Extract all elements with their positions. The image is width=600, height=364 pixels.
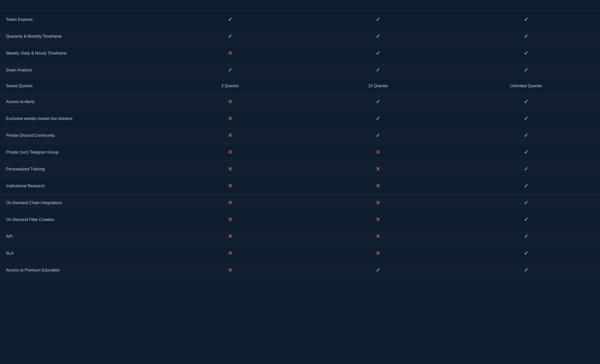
pro-value: ✕ xyxy=(304,195,452,211)
enterprise-value: ✓ xyxy=(452,262,600,279)
pro-value: ✕ xyxy=(304,144,452,161)
pro-value: ✓ xyxy=(304,11,452,28)
check-icon: ✓ xyxy=(376,16,380,23)
pro-value: ✓ xyxy=(304,45,452,62)
free-value: ✕ xyxy=(156,144,304,161)
check-icon: ✓ xyxy=(524,233,528,240)
cross-icon: ✕ xyxy=(376,149,380,155)
feature-name: Saved Queries xyxy=(0,79,156,94)
enterprise-value: ✓ xyxy=(452,62,600,79)
cross-icon: ✕ xyxy=(228,216,232,223)
enterprise-value: ✓ xyxy=(452,28,600,45)
table-row: On-Demand Filter Creation✕✕✓ xyxy=(0,211,600,228)
enterprise-value: ✓ xyxy=(452,94,600,110)
check-icon: ✓ xyxy=(524,33,528,39)
feature-name: Personalized Training xyxy=(0,161,156,178)
feature-name: Access to Alerts xyxy=(0,94,156,110)
feature-name: Quarterly & Monthly Timeframe xyxy=(0,28,156,45)
free-value: ✕ xyxy=(156,245,304,262)
pro-value: ✓ xyxy=(304,28,452,45)
free-value: ✕ xyxy=(156,262,304,279)
check-icon: ✓ xyxy=(376,99,380,105)
pro-value: ✓ xyxy=(304,62,452,79)
table-row: SLA✕✕✓ xyxy=(0,245,600,262)
check-icon: ✓ xyxy=(524,99,528,105)
free-value: ✕ xyxy=(156,110,304,127)
feature-name: Access to Premium Education xyxy=(0,262,156,279)
cross-icon: ✕ xyxy=(228,149,232,155)
table-row: Private 1on1 Telegram Group✕✕✓ xyxy=(0,144,600,161)
check-icon: ✓ xyxy=(524,267,528,273)
enterprise-value: ✓ xyxy=(452,211,600,228)
check-icon: ✓ xyxy=(524,132,528,139)
cross-icon: ✕ xyxy=(376,233,380,240)
table-row: Access to Alerts✕✓✓ xyxy=(0,94,600,110)
table-row: Token Explorer✓✓✓ xyxy=(0,11,600,28)
free-value: ✓ xyxy=(156,28,304,45)
pro-plan-header xyxy=(304,0,452,11)
pro-value: ✓ xyxy=(304,262,452,279)
pro-value: ✕ xyxy=(304,161,452,178)
check-icon: ✓ xyxy=(524,216,528,223)
free-value: ✕ xyxy=(156,94,304,110)
text-value: 10 Queries xyxy=(368,84,388,88)
check-icon: ✓ xyxy=(524,115,528,122)
feature-name: Scam Analysis xyxy=(0,62,156,79)
pricing-table: Token Explorer✓✓✓Quarterly & Monthly Tim… xyxy=(0,0,600,279)
table-row: Scam Analysis✓✓✓ xyxy=(0,62,600,79)
free-value: ✕ xyxy=(156,178,304,195)
table-row: Exclusive weekly market live streams✕✓✓ xyxy=(0,110,600,127)
check-icon: ✓ xyxy=(524,250,528,256)
cross-icon: ✕ xyxy=(376,183,380,189)
enterprise-value: Unlimited Queries xyxy=(452,79,600,94)
free-value: ✕ xyxy=(156,161,304,178)
check-icon: ✓ xyxy=(376,50,380,56)
cross-icon: ✕ xyxy=(376,216,380,223)
table-row: API✕✕✓ xyxy=(0,228,600,245)
enterprise-value: ✓ xyxy=(452,245,600,262)
feature-column-header xyxy=(0,0,156,11)
pro-value: ✕ xyxy=(304,211,452,228)
check-icon: ✓ xyxy=(376,33,380,39)
check-icon: ✓ xyxy=(524,166,528,172)
text-value: 3 Queries xyxy=(221,84,239,88)
free-value: ✕ xyxy=(156,195,304,211)
cross-icon: ✕ xyxy=(228,99,232,105)
free-value: ✕ xyxy=(156,228,304,245)
cross-icon: ✕ xyxy=(376,250,380,256)
cross-icon: ✕ xyxy=(228,250,232,256)
pro-value: ✓ xyxy=(304,94,452,110)
enterprise-value: ✓ xyxy=(452,45,600,62)
feature-name: Token Explorer xyxy=(0,11,156,28)
feature-name: On-Demand Filter Creation xyxy=(0,211,156,228)
text-value: Unlimited Queries xyxy=(510,84,542,88)
free-plan-header xyxy=(156,0,304,11)
pro-value: 10 Queries xyxy=(304,79,452,94)
cross-icon: ✕ xyxy=(228,166,232,172)
cross-icon: ✕ xyxy=(228,200,232,206)
check-icon: ✓ xyxy=(376,132,380,139)
cross-icon: ✕ xyxy=(228,115,232,122)
free-value: ✓ xyxy=(156,62,304,79)
cross-icon: ✕ xyxy=(228,233,232,240)
check-icon: ✓ xyxy=(228,67,232,73)
enterprise-value: ✓ xyxy=(452,110,600,127)
feature-name: Weekly, Daily & Hourly Timeframe xyxy=(0,45,156,62)
free-value: ✕ xyxy=(156,211,304,228)
table-row: On-Demand Chain Integrations✕✕✓ xyxy=(0,195,600,211)
feature-name: Institutional Research xyxy=(0,178,156,195)
check-icon: ✓ xyxy=(524,200,528,206)
pro-value: ✕ xyxy=(304,228,452,245)
pro-value: ✕ xyxy=(304,178,452,195)
enterprise-value: ✓ xyxy=(452,228,600,245)
feature-name: On-Demand Chain Integrations xyxy=(0,195,156,211)
enterprise-value: ✓ xyxy=(452,195,600,211)
table-row: Institutional Research✕✕✓ xyxy=(0,178,600,195)
cross-icon: ✕ xyxy=(228,267,232,273)
check-icon: ✓ xyxy=(376,67,380,73)
header-row xyxy=(0,0,600,11)
table-row: Weekly, Daily & Hourly Timeframe✕✓✓ xyxy=(0,45,600,62)
table-row: Personalized Training✕✕✓ xyxy=(0,161,600,178)
table-row: Saved Queries3 Queries10 QueriesUnlimite… xyxy=(0,79,600,94)
feature-name: Private Discord Community xyxy=(0,127,156,144)
